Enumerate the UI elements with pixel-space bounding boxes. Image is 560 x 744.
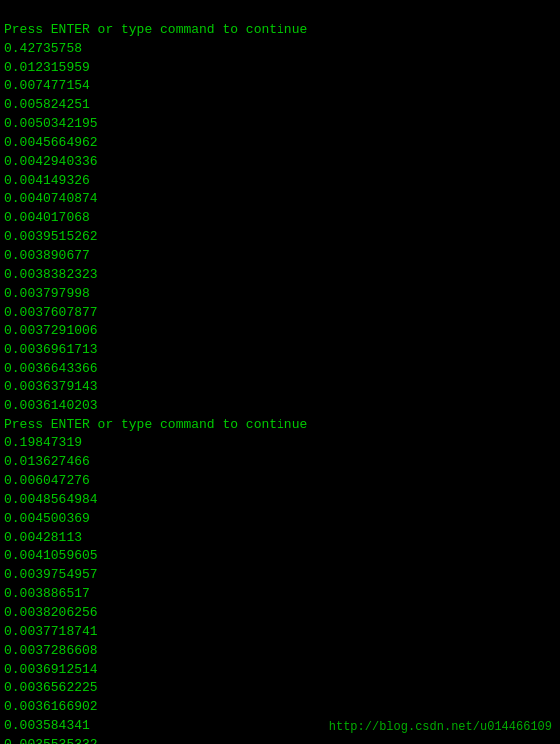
data-line-0-11: 0.003890677	[4, 247, 556, 266]
data-line-0-17: 0.0036643366	[4, 360, 556, 378]
data-line-0-10: 0.0039515262	[4, 228, 556, 247]
data-line-1-14: 0.0036166902	[4, 698, 556, 717]
data-line-1-12: 0.0036912514	[4, 661, 556, 680]
data-line-0-14: 0.0037607877	[4, 304, 556, 323]
watermark: http://blog.csdn.net/u014466109	[329, 719, 552, 736]
data-line-0-2: 0.007477154	[4, 77, 556, 96]
data-line-1-0: 0.19847319	[4, 434, 556, 453]
prompt-0: Press ENTER or type command to continue	[4, 21, 556, 40]
data-line-1-4: 0.004500369	[4, 510, 556, 529]
data-line-0-5: 0.0045664962	[4, 134, 556, 153]
data-line-1-3: 0.0048564984	[4, 491, 556, 510]
data-line-1-8: 0.003886517	[4, 585, 556, 604]
data-line-0-18: 0.0036379143	[4, 378, 556, 397]
data-line-0-8: 0.0040740874	[4, 190, 556, 209]
data-line-0-12: 0.0038382323	[4, 266, 556, 285]
terminal-output: Press ENTER or type command to continue0…	[4, 2, 556, 744]
data-line-1-6: 0.0041059605	[4, 547, 556, 566]
data-line-0-3: 0.005824251	[4, 96, 556, 115]
data-line-1-9: 0.0038206256	[4, 604, 556, 623]
data-line-0-16: 0.0036961713	[4, 341, 556, 360]
data-line-0-13: 0.003797998	[4, 285, 556, 304]
data-line-0-9: 0.004017068	[4, 209, 556, 228]
data-line-0-6: 0.0042940336	[4, 153, 556, 172]
data-line-0-19: 0.0036140203	[4, 397, 556, 416]
data-line-1-11: 0.0037286608	[4, 642, 556, 661]
data-line-1-10: 0.0037718741	[4, 623, 556, 642]
data-line-1-1: 0.013627466	[4, 453, 556, 472]
prompt-1: Press ENTER or type command to continue	[4, 416, 556, 435]
data-line-1-7: 0.0039754957	[4, 566, 556, 585]
data-line-1-16: 0.0035535332	[4, 736, 556, 744]
data-line-0-7: 0.004149326	[4, 172, 556, 191]
data-line-1-2: 0.006047276	[4, 472, 556, 491]
data-line-1-5: 0.00428113	[4, 529, 556, 548]
data-line-0-0: 0.42735758	[4, 40, 556, 59]
data-line-0-4: 0.0050342195	[4, 115, 556, 134]
data-line-1-13: 0.0036562225	[4, 679, 556, 698]
data-line-0-1: 0.012315959	[4, 59, 556, 78]
data-line-0-15: 0.0037291006	[4, 322, 556, 341]
